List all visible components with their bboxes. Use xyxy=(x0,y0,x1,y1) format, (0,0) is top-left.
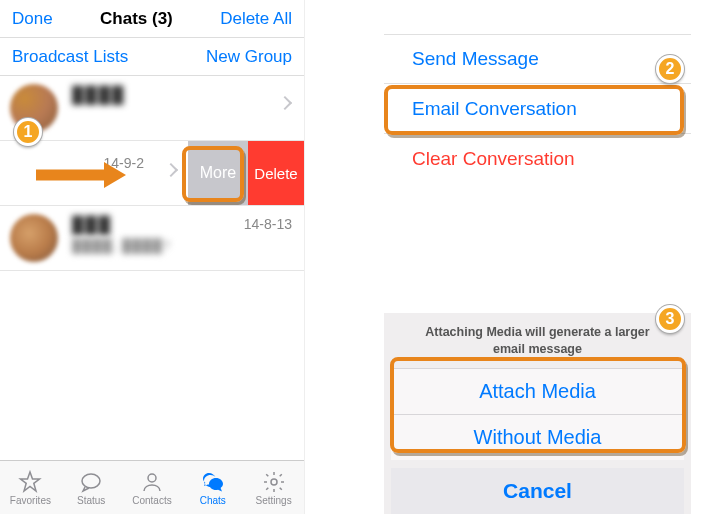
annotation-badge-2: 2 xyxy=(656,55,684,83)
chat-date: 14-8-13 xyxy=(244,216,292,232)
attach-media-button[interactable]: Attach Media xyxy=(391,368,684,414)
without-media-button[interactable]: Without Media xyxy=(391,414,684,460)
menu-label: Email Conversation xyxy=(412,98,577,120)
tab-label: Favorites xyxy=(10,495,51,506)
avatar xyxy=(10,214,58,262)
new-group-link[interactable]: New Group xyxy=(206,47,292,67)
chat-row[interactable]: ████ xyxy=(0,76,304,141)
tab-favorites[interactable]: Favorites xyxy=(0,461,61,514)
cancel-button[interactable]: Cancel xyxy=(391,468,684,514)
menu-label: Send Message xyxy=(412,48,539,70)
contact-icon xyxy=(140,470,164,494)
menu-label: Clear Conversation xyxy=(412,148,575,170)
button-label: Attach Media xyxy=(479,380,596,403)
annotation-badge-3: 3 xyxy=(656,305,684,333)
tab-label: Chats xyxy=(200,495,226,506)
tab-label: Status xyxy=(77,495,105,506)
action-menu: Send Message Email Conversation Clear Co… xyxy=(384,34,691,184)
chat-name: ████ xyxy=(72,86,294,104)
star-icon xyxy=(18,470,42,494)
annotation-badge-1: 1 xyxy=(14,118,42,146)
svg-point-2 xyxy=(271,479,277,485)
action-sheet: Attaching Media will generate a larger e… xyxy=(384,313,691,514)
tab-settings[interactable]: Settings xyxy=(243,461,304,514)
done-button[interactable]: Done xyxy=(12,9,53,29)
tab-contacts[interactable]: Contacts xyxy=(122,461,183,514)
chats-icon xyxy=(201,470,225,494)
gear-icon xyxy=(262,470,286,494)
send-message-option[interactable]: Send Message xyxy=(384,34,691,84)
tab-label: Contacts xyxy=(132,495,171,506)
delete-all-button[interactable]: Delete All xyxy=(220,9,292,29)
button-label: Without Media xyxy=(474,426,602,449)
page-title: Chats (3) xyxy=(100,9,173,29)
header-bar: Done Chats (3) Delete All xyxy=(0,0,304,38)
email-conversation-option[interactable]: Email Conversation xyxy=(384,84,691,134)
chats-screen: Done Chats (3) Delete All Broadcast List… xyxy=(0,0,305,514)
sheet-subtitle: Attaching Media will generate a larger e… xyxy=(391,318,684,368)
tab-label: Settings xyxy=(256,495,292,506)
delete-button[interactable]: Delete xyxy=(248,141,304,205)
more-label: More xyxy=(200,164,236,182)
more-button[interactable]: More xyxy=(188,141,248,205)
delete-label: Delete xyxy=(254,165,297,182)
svg-marker-4 xyxy=(104,162,126,188)
status-icon xyxy=(79,470,103,494)
chevron-right-icon xyxy=(164,163,178,177)
svg-point-1 xyxy=(148,474,156,482)
subheader-bar: Broadcast Lists New Group xyxy=(0,38,304,76)
chat-preview: ████, ████? xyxy=(72,238,294,253)
clear-conversation-option[interactable]: Clear Conversation xyxy=(384,134,691,184)
tab-chats[interactable]: Chats xyxy=(182,461,243,514)
svg-point-0 xyxy=(82,474,100,488)
annotation-arrow-icon xyxy=(34,160,126,190)
chat-row[interactable]: ███ ████, ████? 14-8-13 xyxy=(0,206,304,271)
tab-status[interactable]: Status xyxy=(61,461,122,514)
tab-bar: Favorites Status Contacts Chats Settings xyxy=(0,460,304,514)
broadcast-lists-link[interactable]: Broadcast Lists xyxy=(12,47,128,67)
button-label: Cancel xyxy=(503,479,572,503)
